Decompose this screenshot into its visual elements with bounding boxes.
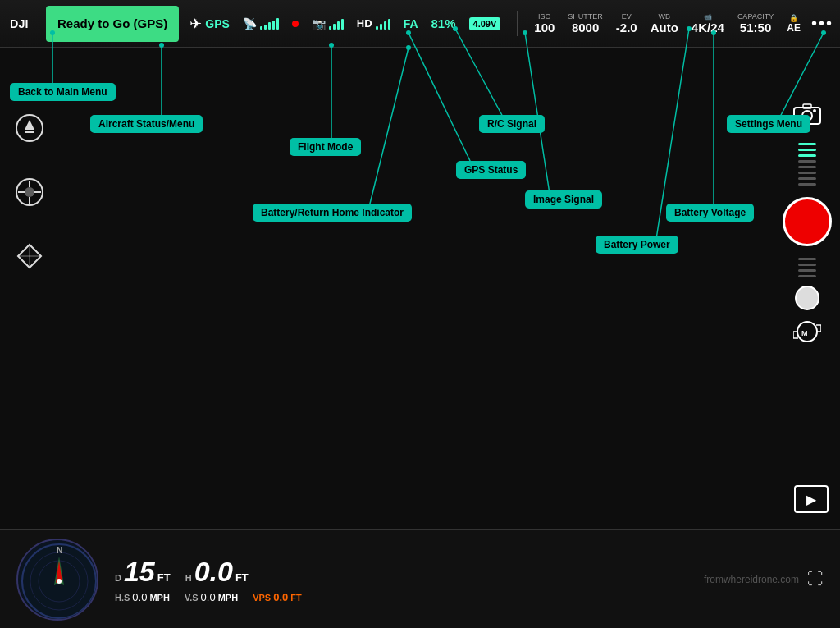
vspeed-stat: V.S 0.0 MPH	[185, 591, 238, 603]
flight-stats: D 15 FT H 0.0 FT H.S 0.0 MPH V.S 0.0 MPH	[98, 556, 704, 603]
playback-button[interactable]: ▶	[794, 485, 829, 513]
tooltip-battery-power: Battery Power	[596, 236, 678, 254]
tooltip-back-main-menu: Back to Main Menu	[10, 83, 116, 101]
height-stat: H 0.0 FT	[185, 556, 249, 588]
tooltip-battery-rth: Battery/Return Home Indicator	[253, 204, 412, 222]
ae-mode: 🔒 AE	[787, 14, 801, 34]
tooltip-rc-signal: R/C Signal	[479, 115, 545, 133]
camera-signal-group: 📷	[312, 17, 344, 30]
wb-circle[interactable]	[795, 286, 819, 310]
hd-bars	[376, 18, 390, 30]
svg-text:M: M	[801, 329, 808, 337]
exposure-level-bars-bottom	[798, 258, 816, 277]
bar-4	[798, 160, 816, 163]
bar-6	[798, 172, 816, 174]
dji-logo: DJI	[7, 6, 43, 42]
takeoff-control[interactable]	[15, 113, 44, 148]
right-controls: M	[783, 103, 832, 346]
svg-point-5	[25, 187, 34, 197]
watermark: fromwhereidrone.com	[704, 574, 807, 585]
tooltip-image-signal: Image Signal	[525, 190, 602, 209]
compass: N	[16, 539, 98, 621]
signal-bars	[260, 18, 279, 30]
image-signal-bars	[329, 18, 344, 30]
drone-icon: ✈	[189, 15, 202, 33]
hover-control[interactable]	[15, 177, 44, 212]
svg-point-16	[813, 109, 816, 112]
battery-voltage-badge: 4.09V	[469, 17, 501, 30]
tooltip-flight-mode: Flight Mode	[290, 138, 361, 156]
svg-rect-15	[803, 104, 811, 108]
mode-switch-icon[interactable]: M	[793, 320, 821, 346]
svg-rect-3	[25, 131, 34, 133]
shutter-stat: SHUTTER 8000	[568, 12, 603, 34]
iso-stat: ISO 100	[534, 12, 555, 34]
svg-text:N: N	[57, 546, 62, 555]
svg-marker-2	[25, 120, 34, 130]
top-bar-center-icons: ✈ GPS 📡 📷	[179, 11, 811, 36]
bar-5	[798, 166, 816, 168]
record-button[interactable]	[783, 197, 832, 246]
flight-status-badge[interactable]: Ready to Go (GPS)	[46, 6, 179, 42]
hspeed-stat: H.S 0.0 MPH	[115, 591, 170, 603]
hd-signal-group: HD	[357, 17, 390, 30]
svg-point-25	[57, 579, 62, 584]
stat-row-1: D 15 FT H 0.0 FT	[115, 556, 704, 588]
tooltip-aircraft-status: Aircraft Status/Menu	[90, 115, 203, 133]
distance-stat: D 15 FT	[115, 556, 171, 588]
gps-label: GPS	[205, 17, 230, 30]
vps-stat: VPS 0.0 FT	[253, 591, 302, 603]
gps-group: ✈ GPS	[189, 15, 230, 33]
bar-8	[798, 183, 816, 186]
waypoint-control[interactable]	[15, 241, 44, 276]
bar-3	[798, 154, 816, 157]
svg-text:DJI: DJI	[10, 17, 28, 30]
stat-row-2: H.S 0.0 MPH V.S 0.0 MPH VPS 0.0 FT	[115, 591, 704, 603]
ev-stat: EV -2.0	[616, 12, 637, 34]
rc-signal-icon: 📡	[243, 17, 279, 30]
wb-stat: WB Auto	[651, 12, 678, 34]
flight-assistant-icon: FA	[404, 17, 418, 30]
tooltip-battery-voltage: Battery Voltage	[666, 204, 754, 222]
bottom-bar: N D 15 FT H 0.0 FT H.S 0.0	[0, 529, 840, 628]
top-bar: DJI Ready to Go (GPS) ✈ GPS 📡	[0, 0, 840, 48]
bar-1	[798, 143, 816, 145]
rec-indicator	[292, 21, 299, 27]
bar-2	[798, 149, 816, 151]
bar-7	[798, 177, 816, 180]
resolution-stat: 📹 4K/24	[692, 13, 724, 34]
capacity-stat: CAPACITY 51:50	[737, 12, 774, 34]
tooltip-settings-menu: Settings Menu	[727, 115, 810, 133]
divider	[517, 11, 518, 36]
exposure-level-bars	[798, 143, 816, 186]
left-controls	[15, 113, 44, 276]
fullscreen-icon[interactable]: ⛶	[807, 570, 824, 589]
tooltip-gps-status: GPS Status	[456, 161, 526, 179]
